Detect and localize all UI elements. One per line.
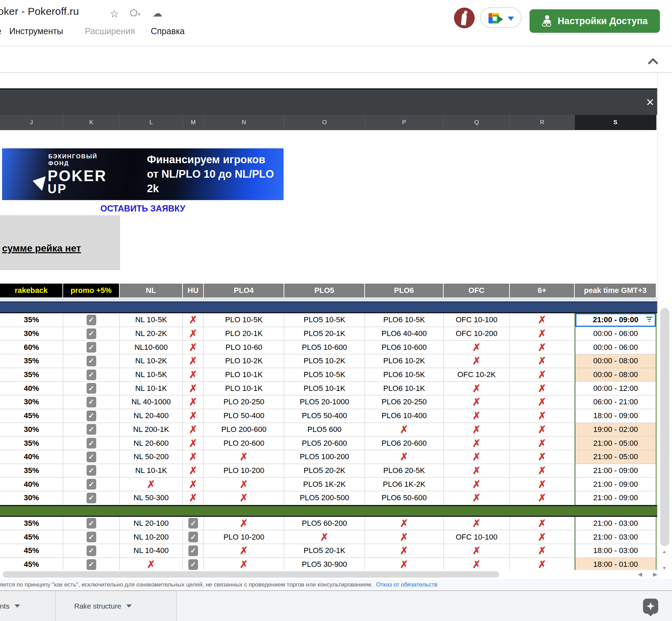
table-cell[interactable]: 40% — [0, 450, 63, 464]
header-cell[interactable]: 6+ — [510, 284, 575, 297]
x-cell[interactable]: ✗ — [284, 530, 365, 544]
close-icon[interactable]: ✕ — [646, 96, 654, 108]
checkbox-cell[interactable]: ✓ — [63, 395, 120, 409]
x-cell[interactable]: ✗ — [444, 382, 510, 395]
table-cell[interactable]: NL 40-1000 — [120, 395, 183, 409]
table-cell[interactable]: 35% — [0, 354, 63, 368]
header-cell[interactable]: NL — [120, 284, 183, 297]
checkbox-cell[interactable]: ✓ — [63, 544, 120, 558]
table-cell[interactable]: PLO6 50-600 — [365, 491, 444, 505]
scroll-left-icon[interactable]: ◀ — [638, 571, 642, 578]
x-cell[interactable]: ✗ — [510, 327, 575, 341]
table-cell[interactable]: 18:00 - 09:00 — [575, 409, 656, 423]
table-cell[interactable]: PLO 50-400 — [204, 409, 284, 423]
checkbox-cell[interactable]: ✓ — [63, 409, 120, 423]
menu-item-tools[interactable]: Инструменты — [9, 26, 63, 36]
x-cell[interactable]: ✗ — [365, 423, 444, 437]
column-letter-L[interactable]: L — [120, 115, 183, 130]
table-cell[interactable]: PLO 20-600 — [204, 436, 284, 450]
header-cell[interactable]: OFC — [444, 284, 510, 297]
table-cell[interactable]: 21:00 - 09:00 — [575, 491, 656, 505]
x-cell[interactable]: ✗ — [183, 327, 204, 341]
x-cell[interactable]: ✗ — [510, 368, 575, 382]
column-letter-R[interactable]: R — [510, 115, 575, 130]
x-cell[interactable]: ✗ — [510, 517, 575, 531]
table-cell[interactable]: PLO6 10-2K — [365, 354, 444, 368]
header-cell[interactable]: peak time GMT+3 — [575, 284, 656, 297]
table-cell[interactable]: 21:00 - 03:00 — [575, 530, 656, 544]
scroll-up-icon[interactable]: ▲ — [662, 549, 666, 554]
column-letter-J[interactable]: J — [0, 115, 63, 130]
x-cell[interactable]: ✗ — [510, 395, 575, 409]
x-cell[interactable]: ✗ — [120, 558, 183, 570]
table-cell[interactable]: PLO6 10-5K — [365, 313, 444, 327]
x-cell[interactable]: ✗ — [444, 477, 510, 491]
menu-item-extensions[interactable]: Расширения — [85, 26, 135, 36]
table-cell[interactable]: OFC 10-100 — [444, 530, 510, 544]
table-cell[interactable]: 18:00 - 03:00 — [575, 544, 656, 558]
checkbox-cell[interactable]: ✓ — [63, 530, 120, 544]
x-cell[interactable]: ✗ — [444, 517, 510, 531]
checkbox-cell[interactable]: ✓ — [183, 530, 204, 544]
scroll-down-icon[interactable]: ▼ — [662, 565, 666, 571]
table-cell[interactable]: PLO 20-250 — [204, 395, 284, 409]
header-cell[interactable]: rakeback — [0, 284, 63, 297]
table-cell[interactable]: 35% — [0, 368, 63, 382]
x-cell[interactable]: ✗ — [204, 477, 284, 491]
x-cell[interactable]: ✗ — [183, 354, 204, 368]
pokerup-banner[interactable]: БЭКИНГОВЫЙ ФОНД POKER UP Финансируем игр… — [2, 148, 284, 200]
x-cell[interactable]: ✗ — [510, 436, 575, 450]
x-cell[interactable]: ✗ — [204, 517, 284, 531]
table-cell[interactable]: 21:00 - 09:00 — [575, 477, 656, 491]
checkbox-cell[interactable]: ✓ — [63, 354, 120, 368]
checkbox-cell[interactable]: ✓ — [63, 327, 120, 341]
table-cell[interactable]: 00:00 - 06:00 — [575, 327, 656, 341]
table-cell[interactable]: PLO 200-600 — [204, 423, 284, 437]
table-cell[interactable]: OFC 10-100 — [444, 313, 510, 327]
table-cell[interactable]: PLO5 30-900 — [284, 558, 365, 570]
table-cell[interactable]: NL 20-100 — [120, 517, 183, 531]
table-cell[interactable]: NL 10-5K — [120, 368, 183, 382]
table-cell[interactable]: PLO 10-60 — [204, 341, 284, 354]
table-cell[interactable]: 00:00 - 06:00 — [575, 341, 656, 354]
column-letter-O[interactable]: O — [284, 115, 365, 130]
table-cell[interactable]: PLO6 20-5K — [365, 464, 444, 478]
table-cell[interactable]: 00:00 - 12:00 — [575, 382, 656, 395]
x-cell[interactable]: ✗ — [365, 517, 444, 531]
table-cell[interactable]: 40% — [0, 477, 63, 491]
table-cell[interactable]: NL 20-2K — [120, 327, 183, 341]
tab-dropdown-icon[interactable] — [126, 604, 132, 608]
x-cell[interactable]: ✗ — [204, 450, 284, 464]
table-cell[interactable]: PLO6 10-400 — [365, 409, 444, 423]
x-cell[interactable]: ✗ — [444, 341, 510, 354]
x-cell[interactable]: ✗ — [510, 544, 575, 558]
menu-item-help[interactable]: Справка — [151, 26, 185, 36]
checkbox-cell[interactable]: ✓ — [63, 464, 120, 478]
table-cell[interactable]: 60% — [0, 341, 63, 354]
x-cell[interactable]: ✗ — [183, 341, 204, 354]
banner-cta-link[interactable]: ОСТАВИТЬ ЗАЯВКУ — [2, 204, 284, 214]
table-cell[interactable]: PLO5 50-400 — [284, 409, 365, 423]
table-cell[interactable]: PLO6 10-600 — [365, 341, 444, 354]
x-cell[interactable]: ✗ — [444, 544, 510, 558]
table-cell[interactable]: 45% — [0, 558, 63, 570]
table-cell[interactable]: NL10-600 — [120, 341, 183, 354]
x-cell[interactable]: ✗ — [183, 409, 204, 423]
checkbox-cell[interactable]: ✓ — [63, 558, 120, 570]
x-cell[interactable]: ✗ — [444, 464, 510, 478]
table-cell[interactable]: NL 50-300 — [120, 491, 183, 505]
column-letter-N[interactable]: N — [204, 115, 284, 130]
checkbox-cell[interactable]: ✓ — [63, 341, 120, 354]
column-letter-Q[interactable]: Q — [444, 115, 510, 130]
checkbox-cell[interactable]: ✓ — [63, 423, 120, 437]
table-cell[interactable]: PLO6 10-5K — [365, 368, 444, 382]
table-cell[interactable]: PLO6 20-600 — [365, 436, 444, 450]
table-cell[interactable]: OFC 10-200 — [444, 327, 510, 341]
x-cell[interactable]: ✗ — [510, 354, 575, 368]
table-cell[interactable]: NL 10-400 — [120, 544, 183, 558]
table-cell[interactable]: 45% — [0, 544, 63, 558]
header-cell[interactable]: PLO5 — [284, 284, 365, 297]
table-cell[interactable]: PLO5 10-2K — [284, 354, 365, 368]
table-cell[interactable]: PLO5 10-5K — [284, 313, 365, 327]
note-link[interactable]: сумме рейка нет — [2, 243, 81, 254]
